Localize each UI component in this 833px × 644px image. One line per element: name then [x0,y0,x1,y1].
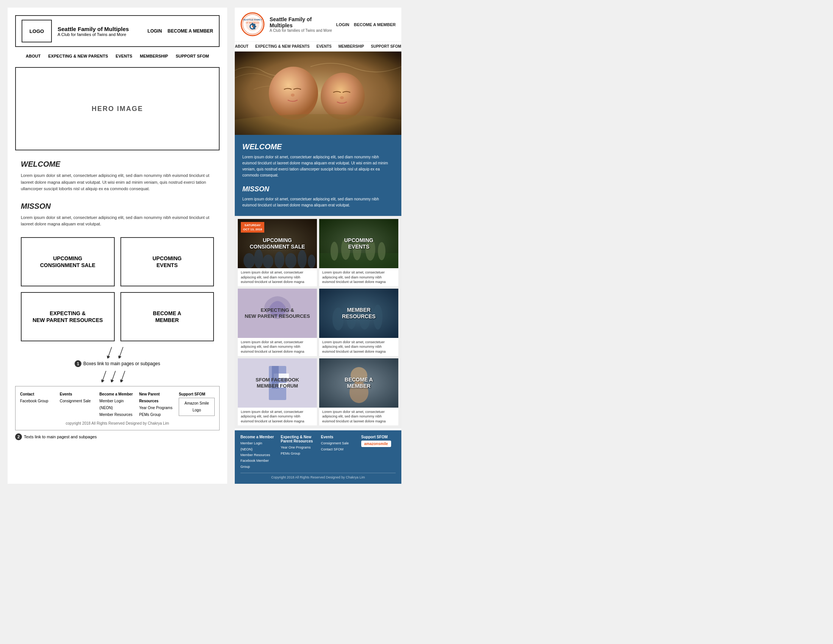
wf-card-events-label: UPCOMING EVENTS [153,255,182,269]
wf-footer-newparent-item1[interactable]: Year One Programs [139,404,175,411]
real-card-expecting-wrapper: EXPECTING &NEW PARENT RESOURCES Lorem ip… [238,289,317,356]
expecting-card-desc: Lorem ipsum dolor sit amet, consectetuer… [238,338,317,356]
consignment-date-badge: SATURDAY OCT 13, 2018 [241,222,264,233]
real-login-link[interactable]: LOGIN [336,23,349,27]
wf-login-link[interactable]: LOGIN [148,28,162,34]
real-nav-about[interactable]: ABOUT [235,44,248,48]
wireframe-panel: LOGO Seattle Family of Multiples A Club … [8,8,227,484]
expecting-card-title: EXPECTING &NEW PARENT RESOURCES [241,303,314,323]
real-welcome-body: Lorem ipsum dolor sit amet, consectetuer… [242,154,394,179]
wf-card-consignment-label: UPCOMING CONSIGNMENT SALE [40,255,95,269]
real-logo[interactable]: SEATTLE FAMILY OF MULTIPLES [240,12,265,37]
real-cards-grid: SATURDAY OCT 13, 2018 UPCOMINGCONSIGNMEN… [235,216,401,428]
wf-card-become-member[interactable]: BECOME A MEMBER [121,292,214,341]
wf-card-expecting[interactable]: EXPECTING & NEW PARENT RESOURCES [21,292,115,341]
svg-line-2 [102,371,106,382]
events-card-title: UPCOMINGEVENTS [340,233,377,254]
wf-footer-col-member: Become a Member Member Login (NEON) Memb… [100,391,135,418]
wf-footer-member-item2[interactable]: Member Resources [100,411,135,418]
real-nav-expecting[interactable]: EXPECTING & NEW PARENTS [255,44,310,48]
wf-annotation1: 1 Boxes link to main pages or subpages [15,360,220,367]
real-card-facebook[interactable]: SFOM FACEBOOKMEMBER FORUM [238,358,317,407]
real-card-member[interactable]: MEMBERRESOURCES [319,289,398,338]
wf-become-member-link[interactable]: BECOME A MEMBER [168,28,213,34]
wf-welcome-title: WELCOME [21,160,214,169]
real-footer-member-item3[interactable]: Facebook Member Group [240,458,275,470]
real-header: SEATTLE FAMILY OF MULTIPLES Seattle Fami… [235,8,401,42]
real-hero-image [235,52,401,135]
wf-logo: LOGO [22,20,52,42]
annotation-text-2: Texts link to main pagest and subpages [24,435,97,439]
member-card-title: MEMBERRESOURCES [338,303,380,324]
wf-footer-col-events: Events Consignment Sale [60,391,96,418]
real-card-consignment-wrapper: SATURDAY OCT 13, 2018 UPCOMINGCONSIGNMEN… [238,219,317,287]
wf-footer-member-item1[interactable]: Member Login (NEON) [100,398,135,411]
real-footer-member-title: Become a Member [240,435,275,439]
wf-card-expecting-label: EXPECTING & NEW PARENT RESOURCES [32,310,103,324]
wf-mission-section: MISSON Lorem ipsum dolor sit amet, conse… [15,202,220,228]
wf-site-name: Seattle Family of Multiples A Club for f… [58,26,148,37]
badge-date: OCT 13, 2018 [243,227,262,232]
annotation-num-1: 1 [75,360,81,367]
real-footer-expecting-item2[interactable]: PEMs Group [281,451,315,456]
real-card-become[interactable]: BECOME AMEMBER [319,358,398,407]
facebook-card-title: SFOM FACEBOOKMEMBER FORUM [252,373,303,393]
become-card-desc: Lorem ipsum dolor sit amet, consectetuer… [319,407,398,426]
real-nav-support[interactable]: SUPPORT SFOM [371,44,401,48]
wf-site-title: Seattle Family of Multiples [58,26,148,32]
consignment-card-desc: Lorem ipsum dolor sit amet, consectetuer… [238,268,317,287]
wf-nav-membership[interactable]: MEMBERSHIP [140,54,168,58]
wf-nav-support[interactable]: SUPPORT SFOM [176,54,209,58]
wf-nav: ABOUT EXPECTING & NEW PARENTS EVENTS MEM… [15,51,220,61]
amazon-smile-logo[interactable]: amazonsmile [361,441,391,447]
real-card-events[interactable]: UPCOMINGEVENTS [319,219,398,268]
real-card-consignment[interactable]: SATURDAY OCT 13, 2018 UPCOMINGCONSIGNMEN… [238,219,317,268]
svg-rect-22 [235,52,401,135]
wf-footer-arrows [15,371,220,382]
real-mission-body: Lorem ipsum dolor sit amet, consectetuer… [242,196,394,208]
wf-welcome-section: WELCOME Lorem ipsum dolor sit amet, cons… [15,160,220,192]
wf-footer-contact-item[interactable]: Facebook Group [20,398,56,404]
real-footer-events-item1[interactable]: Consignment Sale [321,441,355,446]
svg-line-3 [112,371,116,382]
real-nav-membership[interactable]: MEMBERSHIP [338,44,364,48]
wf-footer-events-item[interactable]: Consignment Sale [60,398,96,404]
wf-mission-body: Lorem ipsum dolor sit amet, consectetuer… [21,214,214,228]
wf-nav-events[interactable]: EVENTS [116,54,132,58]
design-panel: SEATTLE FAMILY OF MULTIPLES Seattle Fami… [235,8,401,484]
wf-footer-copyright: copyright 2018 All Rights Reserved Desig… [20,421,215,425]
svg-line-0 [108,347,112,357]
wf-card-consignment[interactable]: UPCOMING CONSIGNMENT SALE [21,237,115,287]
wf-footer-contact-title: Contact [20,391,56,398]
wf-arrows [15,347,220,358]
wf-card-events[interactable]: UPCOMING EVENTS [121,237,214,287]
real-card-expecting[interactable]: EXPECTING &NEW PARENT RESOURCES [238,289,317,338]
wf-footer-member-title: Become a Member [100,391,135,398]
wf-nav-about[interactable]: ABOUT [26,54,40,58]
wf-nav-expecting[interactable]: EXPECTING & NEW PARENTS [48,54,108,58]
real-footer-col-expecting: Expecting & New Parent Resources Year On… [281,435,315,469]
real-footer-col-member: Become a Member Member Login (NEON) Memb… [240,435,275,469]
real-card-events-wrapper: UPCOMINGEVENTS Lorem ipsum dolor sit ame… [319,219,398,287]
real-footer-col-events: Events Consignment Sale Contact SFOM [321,435,355,469]
wf-footer-events-title: Events [60,391,96,398]
real-footer-member-item1[interactable]: Member Login (NEON) [240,441,275,452]
wf-card-become-label: BECOME A MEMBER [153,310,182,324]
wf-footer-newparent-item2[interactable]: PEMs Group [139,411,175,418]
wf-hero-image: HERO IMAGE [15,67,220,150]
real-nav-events[interactable]: EVENTS [317,44,332,48]
real-footer-amazon[interactable]: amazonsmile [361,441,396,447]
real-footer-member-item2[interactable]: Member Resources [240,452,275,458]
real-footer-expecting-item1[interactable]: Year One Programs [281,445,315,451]
wf-amazon-smile[interactable]: Amazon Smile Logo [179,398,215,416]
real-welcome-title: WELCOME [242,142,394,151]
annotation-text-1: Boxes link to main pages or subpages [83,361,160,366]
real-footer: Become a Member Member Login (NEON) Memb… [235,430,401,483]
consignment-card-title: UPCOMINGCONSIGNMENT SALE [246,233,309,254]
real-footer-events-item2[interactable]: Contact SFOM [321,447,355,452]
member-card-desc: Lorem ipsum dolor sit amet, consectetuer… [319,338,398,356]
wf-header-links: LOGIN BECOME A MEMBER [148,28,213,34]
real-become-member-link[interactable]: BECOME A MEMBER [354,23,396,27]
real-header-links: LOGIN BECOME A MEMBER [336,23,396,27]
real-card-facebook-wrapper: SFOM FACEBOOKMEMBER FORUM Lorem ipsum do… [238,358,317,426]
